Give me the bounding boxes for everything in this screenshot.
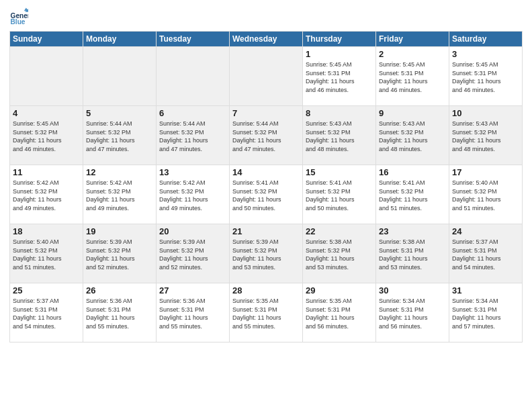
svg-text:Blue: Blue bbox=[11, 18, 26, 26]
cell-info: Sunrise: 5:43 AM Sunset: 5:32 PM Dayligh… bbox=[379, 120, 446, 153]
day-header-thursday: Thursday bbox=[303, 32, 376, 47]
cell-info: Sunrise: 5:38 AM Sunset: 5:31 PM Dayligh… bbox=[379, 238, 446, 271]
date-number: 4 bbox=[13, 108, 80, 118]
date-number: 11 bbox=[13, 167, 80, 177]
date-number: 24 bbox=[452, 226, 519, 236]
cell-info: Sunrise: 5:45 AM Sunset: 5:31 PM Dayligh… bbox=[452, 60, 519, 94]
day-header-monday: Monday bbox=[83, 32, 157, 47]
date-number: 28 bbox=[232, 285, 300, 295]
date-number: 3 bbox=[452, 49, 519, 59]
cell-info: Sunrise: 5:37 AM Sunset: 5:31 PM Dayligh… bbox=[13, 297, 80, 330]
table-row: 22Sunrise: 5:38 AM Sunset: 5:32 PM Dayli… bbox=[303, 224, 376, 283]
table-row: 5Sunrise: 5:44 AM Sunset: 5:32 PM Daylig… bbox=[83, 106, 157, 165]
date-number: 9 bbox=[379, 108, 446, 118]
table-row: 27Sunrise: 5:36 AM Sunset: 5:31 PM Dayli… bbox=[157, 283, 230, 342]
table-row bbox=[157, 47, 230, 106]
day-header-friday: Friday bbox=[376, 32, 449, 47]
date-number: 27 bbox=[159, 285, 226, 295]
table-row: 31Sunrise: 5:34 AM Sunset: 5:31 PM Dayli… bbox=[449, 283, 523, 342]
date-number: 31 bbox=[452, 285, 519, 295]
table-row: 17Sunrise: 5:40 AM Sunset: 5:32 PM Dayli… bbox=[449, 165, 523, 224]
date-number: 21 bbox=[232, 226, 300, 236]
table-row: 21Sunrise: 5:39 AM Sunset: 5:32 PM Dayli… bbox=[230, 224, 303, 283]
table-row: 16Sunrise: 5:41 AM Sunset: 5:32 PM Dayli… bbox=[376, 165, 449, 224]
date-number: 13 bbox=[159, 167, 226, 177]
cell-info: Sunrise: 5:44 AM Sunset: 5:32 PM Dayligh… bbox=[159, 120, 226, 153]
cell-info: Sunrise: 5:40 AM Sunset: 5:32 PM Dayligh… bbox=[452, 179, 519, 212]
cell-info: Sunrise: 5:45 AM Sunset: 5:32 PM Dayligh… bbox=[13, 120, 80, 153]
cell-info: Sunrise: 5:34 AM Sunset: 5:31 PM Dayligh… bbox=[452, 297, 519, 330]
date-number: 5 bbox=[86, 108, 153, 118]
date-number: 15 bbox=[306, 167, 373, 177]
date-number: 1 bbox=[306, 49, 373, 59]
table-row: 23Sunrise: 5:38 AM Sunset: 5:31 PM Dayli… bbox=[376, 224, 449, 283]
cell-info: Sunrise: 5:39 AM Sunset: 5:32 PM Dayligh… bbox=[159, 238, 226, 271]
calendar-container: General Blue SundayMondayTuesdayWednesda… bbox=[0, 0, 532, 411]
cell-info: Sunrise: 5:44 AM Sunset: 5:32 PM Dayligh… bbox=[86, 120, 153, 153]
cell-info: Sunrise: 5:44 AM Sunset: 5:32 PM Dayligh… bbox=[232, 120, 300, 153]
date-number: 18 bbox=[13, 226, 80, 236]
table-row: 6Sunrise: 5:44 AM Sunset: 5:32 PM Daylig… bbox=[157, 106, 230, 165]
cell-info: Sunrise: 5:35 AM Sunset: 5:31 PM Dayligh… bbox=[232, 297, 300, 330]
header: General Blue bbox=[9, 7, 523, 26]
cell-info: Sunrise: 5:37 AM Sunset: 5:31 PM Dayligh… bbox=[452, 238, 519, 271]
table-row: 7Sunrise: 5:44 AM Sunset: 5:32 PM Daylig… bbox=[230, 106, 303, 165]
day-header-tuesday: Tuesday bbox=[157, 32, 230, 47]
table-row bbox=[83, 47, 157, 106]
calendar-table: SundayMondayTuesdayWednesdayThursdayFrid… bbox=[9, 31, 523, 342]
table-row: 15Sunrise: 5:41 AM Sunset: 5:32 PM Dayli… bbox=[303, 165, 376, 224]
table-row: 14Sunrise: 5:41 AM Sunset: 5:32 PM Dayli… bbox=[230, 165, 303, 224]
table-row: 10Sunrise: 5:43 AM Sunset: 5:32 PM Dayli… bbox=[449, 106, 523, 165]
table-row: 3Sunrise: 5:45 AM Sunset: 5:31 PM Daylig… bbox=[449, 47, 523, 106]
date-number: 12 bbox=[86, 167, 153, 177]
cell-info: Sunrise: 5:34 AM Sunset: 5:31 PM Dayligh… bbox=[379, 297, 446, 330]
table-row: 4Sunrise: 5:45 AM Sunset: 5:32 PM Daylig… bbox=[10, 106, 83, 165]
cell-info: Sunrise: 5:36 AM Sunset: 5:31 PM Dayligh… bbox=[159, 297, 226, 330]
date-number: 29 bbox=[306, 285, 373, 295]
table-row: 8Sunrise: 5:43 AM Sunset: 5:32 PM Daylig… bbox=[303, 106, 376, 165]
cell-info: Sunrise: 5:45 AM Sunset: 5:31 PM Dayligh… bbox=[306, 60, 373, 94]
cell-info: Sunrise: 5:40 AM Sunset: 5:32 PM Dayligh… bbox=[13, 238, 80, 271]
date-number: 25 bbox=[13, 285, 80, 295]
day-header-saturday: Saturday bbox=[449, 32, 523, 47]
cell-info: Sunrise: 5:36 AM Sunset: 5:31 PM Dayligh… bbox=[86, 297, 153, 330]
date-number: 10 bbox=[452, 108, 519, 118]
calendar-body: 1Sunrise: 5:45 AM Sunset: 5:31 PM Daylig… bbox=[10, 47, 523, 342]
table-row bbox=[230, 47, 303, 106]
cell-info: Sunrise: 5:45 AM Sunset: 5:31 PM Dayligh… bbox=[379, 60, 446, 94]
table-row: 28Sunrise: 5:35 AM Sunset: 5:31 PM Dayli… bbox=[230, 283, 303, 342]
logo-icon: General Blue bbox=[9, 7, 28, 26]
cell-info: Sunrise: 5:42 AM Sunset: 5:32 PM Dayligh… bbox=[86, 179, 153, 212]
day-header-row: SundayMondayTuesdayWednesdayThursdayFrid… bbox=[10, 32, 523, 47]
table-row: 24Sunrise: 5:37 AM Sunset: 5:31 PM Dayli… bbox=[449, 224, 523, 283]
date-number: 6 bbox=[159, 108, 226, 118]
logo: General Blue bbox=[9, 7, 32, 26]
week-row-2: 11Sunrise: 5:42 AM Sunset: 5:32 PM Dayli… bbox=[10, 165, 523, 224]
cell-info: Sunrise: 5:41 AM Sunset: 5:32 PM Dayligh… bbox=[306, 179, 373, 212]
table-row: 29Sunrise: 5:35 AM Sunset: 5:31 PM Dayli… bbox=[303, 283, 376, 342]
week-row-4: 25Sunrise: 5:37 AM Sunset: 5:31 PM Dayli… bbox=[10, 283, 523, 342]
table-row: 19Sunrise: 5:39 AM Sunset: 5:32 PM Dayli… bbox=[83, 224, 157, 283]
calendar-header: SundayMondayTuesdayWednesdayThursdayFrid… bbox=[10, 32, 523, 47]
table-row: 11Sunrise: 5:42 AM Sunset: 5:32 PM Dayli… bbox=[10, 165, 83, 224]
table-row: 2Sunrise: 5:45 AM Sunset: 5:31 PM Daylig… bbox=[376, 47, 449, 106]
date-number: 19 bbox=[86, 226, 153, 236]
cell-info: Sunrise: 5:35 AM Sunset: 5:31 PM Dayligh… bbox=[306, 297, 373, 330]
week-row-3: 18Sunrise: 5:40 AM Sunset: 5:32 PM Dayli… bbox=[10, 224, 523, 283]
date-number: 17 bbox=[452, 167, 519, 177]
table-row: 18Sunrise: 5:40 AM Sunset: 5:32 PM Dayli… bbox=[10, 224, 83, 283]
date-number: 26 bbox=[86, 285, 153, 295]
date-number: 22 bbox=[306, 226, 373, 236]
table-row: 30Sunrise: 5:34 AM Sunset: 5:31 PM Dayli… bbox=[376, 283, 449, 342]
date-number: 2 bbox=[379, 49, 446, 59]
cell-info: Sunrise: 5:41 AM Sunset: 5:32 PM Dayligh… bbox=[379, 179, 446, 212]
table-row: 1Sunrise: 5:45 AM Sunset: 5:31 PM Daylig… bbox=[303, 47, 376, 106]
cell-info: Sunrise: 5:38 AM Sunset: 5:32 PM Dayligh… bbox=[306, 238, 373, 271]
table-row: 13Sunrise: 5:42 AM Sunset: 5:32 PM Dayli… bbox=[157, 165, 230, 224]
cell-info: Sunrise: 5:43 AM Sunset: 5:32 PM Dayligh… bbox=[452, 120, 519, 153]
table-row bbox=[10, 47, 83, 106]
cell-info: Sunrise: 5:42 AM Sunset: 5:32 PM Dayligh… bbox=[159, 179, 226, 212]
date-number: 7 bbox=[232, 108, 300, 118]
date-number: 20 bbox=[159, 226, 226, 236]
table-row: 25Sunrise: 5:37 AM Sunset: 5:31 PM Dayli… bbox=[10, 283, 83, 342]
